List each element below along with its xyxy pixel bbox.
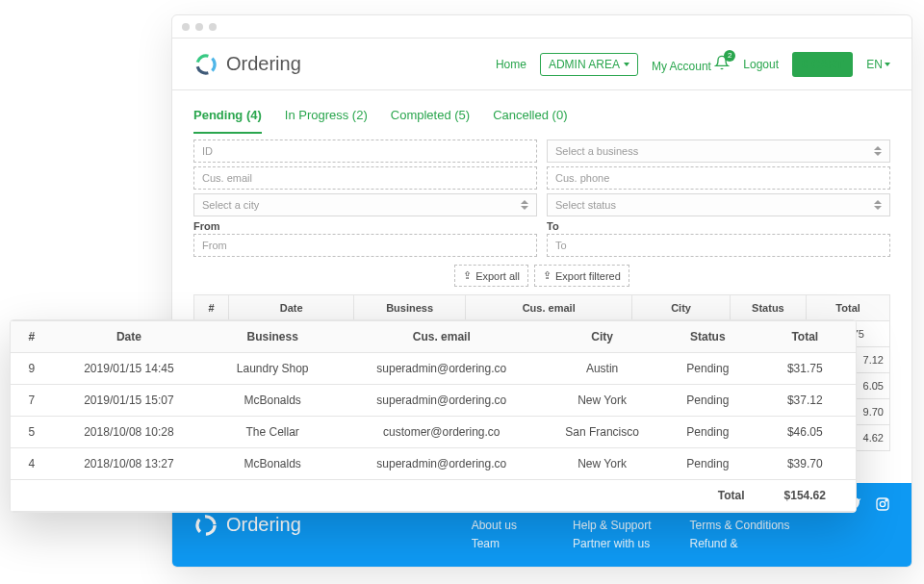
table-header-row: # Date Business Cus. email City Status T…: [194, 295, 890, 321]
filter-status-select[interactable]: Select status: [547, 193, 890, 216]
export-filtered-button[interactable]: ⇪Export filtered: [534, 265, 629, 287]
total-row: Total $154.62: [11, 480, 856, 512]
footer-link[interactable]: Help & Support: [573, 517, 651, 535]
footer-brand: Ordering: [193, 513, 301, 538]
col-status: Status: [661, 321, 755, 353]
brand-logo-icon: [193, 52, 218, 77]
filter-business-select[interactable]: Select a business: [547, 140, 890, 163]
sort-icon: [874, 200, 882, 210]
brand-logo-icon: [193, 513, 218, 538]
language-selector[interactable]: EN: [866, 58, 890, 71]
export-icon: ⇪: [543, 269, 552, 282]
app-header: Ordering Home ADMIN AREA My Account 2 Lo…: [172, 38, 911, 90]
col-city: City: [632, 295, 730, 321]
filter-from-input[interactable]: From: [193, 234, 537, 257]
orders-table: # Date Business Cus. email City Status T…: [11, 320, 856, 512]
filter-to-input[interactable]: To: [547, 234, 890, 257]
svg-point-3: [197, 516, 215, 533]
nav-logout[interactable]: Logout: [743, 58, 779, 71]
export-buttons: ⇪Export all ⇪Export filtered: [193, 265, 890, 287]
table-header-row: # Date Business Cus. email City Status T…: [11, 321, 856, 353]
col-email: Cus. email: [340, 321, 543, 353]
tab-completed[interactable]: Completed (5): [391, 108, 470, 134]
col-n: #: [194, 295, 229, 321]
svg-point-5: [880, 501, 885, 506]
tab-pending[interactable]: Pending (4): [193, 108, 262, 134]
nav-my-account-label: My Account: [652, 60, 711, 73]
table-row[interactable]: 92019/01/15 14:45Laundry Shopsuperadmin@…: [11, 353, 856, 385]
orders-table-float: # Date Business Cus. email City Status T…: [10, 319, 857, 513]
nav-home[interactable]: Home: [496, 58, 526, 71]
to-label: To: [547, 216, 890, 234]
table-row[interactable]: 72019/01/15 15:07McBonaldssuperadmin@ord…: [11, 385, 856, 417]
svg-point-6: [886, 500, 886, 501]
language-code: EN: [866, 58, 883, 71]
filters-panel: ID Select a business Cus. email Cus. pho…: [172, 134, 911, 287]
filter-cus-phone-input[interactable]: Cus. phone: [547, 166, 890, 190]
total-label: Total: [11, 480, 755, 512]
footer-link[interactable]: Team: [472, 535, 534, 553]
filter-id-input[interactable]: ID: [193, 140, 537, 163]
sort-icon: [874, 146, 882, 156]
footer-link[interactable]: Terms & Conditions: [690, 517, 790, 535]
brand-name: Ordering: [226, 53, 301, 75]
nav-admin-area-label: ADMIN AREA: [549, 58, 620, 71]
col-status: Status: [730, 295, 807, 321]
notification-bell-icon[interactable]: 2: [714, 55, 730, 70]
col-business: Business: [205, 321, 340, 353]
footer-link[interactable]: Partner with us: [573, 535, 651, 553]
export-all-button[interactable]: ⇪Export all: [454, 265, 528, 287]
col-n: #: [11, 321, 53, 353]
tab-in-progress[interactable]: In Progress (2): [285, 108, 368, 134]
notification-count: 2: [724, 50, 735, 62]
traffic-light-max[interactable]: [209, 23, 217, 31]
nav-my-account[interactable]: My Account 2: [652, 55, 730, 73]
status-tabs: Pending (4) In Progress (2) Completed (5…: [172, 90, 911, 134]
traffic-light-min[interactable]: [195, 23, 203, 31]
col-email: Cus. email: [465, 295, 632, 321]
col-total: Total: [755, 321, 856, 353]
top-nav: Home ADMIN AREA My Account 2 Logout 0 CA…: [496, 52, 890, 77]
instagram-icon[interactable]: [875, 496, 890, 516]
footer-link[interactable]: Refund &: [690, 535, 790, 553]
traffic-light-close[interactable]: [182, 23, 190, 31]
table-row[interactable]: 52018/10/08 10:28The Cellarcustomer@orde…: [11, 417, 856, 448]
col-business: Business: [354, 295, 466, 321]
footer-brand-name: Ordering: [226, 514, 301, 536]
col-date: Date: [53, 321, 205, 353]
brand: Ordering: [193, 52, 301, 77]
from-label: From: [193, 216, 537, 234]
filter-cus-email-input[interactable]: Cus. email: [193, 166, 537, 190]
col-date: Date: [229, 295, 354, 321]
filter-city-select[interactable]: Select a city: [193, 193, 537, 216]
sort-icon: [521, 200, 528, 210]
col-total: Total: [807, 295, 890, 321]
export-icon: ⇪: [463, 269, 472, 282]
cart-button[interactable]: 0 CART: [792, 52, 853, 77]
col-city: City: [543, 321, 661, 353]
chevron-down-icon: [624, 63, 629, 66]
window-chrome: [172, 15, 911, 38]
footer-link[interactable]: About us: [472, 517, 534, 535]
chevron-down-icon: [885, 63, 890, 66]
table-row[interactable]: 42018/10/08 13:27McBonaldssuperadmin@ord…: [11, 448, 856, 480]
nav-admin-area[interactable]: ADMIN AREA: [540, 53, 638, 76]
total-value: $154.62: [755, 480, 856, 512]
tab-cancelled[interactable]: Cancelled (0): [493, 108, 567, 134]
